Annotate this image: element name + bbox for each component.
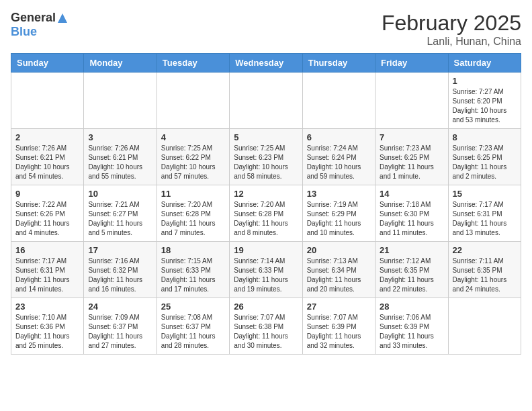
weekday-header-saturday: Saturday <box>448 54 521 73</box>
day-info: Sunrise: 7:27 AM Sunset: 6:20 PM Dayligh… <box>453 87 517 125</box>
calendar-cell: 23Sunrise: 7:10 AM Sunset: 6:36 PM Dayli… <box>11 298 84 355</box>
calendar-week-2: 2Sunrise: 7:26 AM Sunset: 6:21 PM Daylig… <box>11 129 521 185</box>
calendar-cell: 3Sunrise: 7:26 AM Sunset: 6:21 PM Daylig… <box>84 129 157 185</box>
day-number: 16 <box>15 245 79 255</box>
day-number: 23 <box>15 302 79 312</box>
day-number: 1 <box>453 76 517 86</box>
day-number: 5 <box>234 132 298 142</box>
day-number: 4 <box>161 132 225 142</box>
calendar-cell <box>448 298 521 355</box>
calendar-cell: 12Sunrise: 7:20 AM Sunset: 6:28 PM Dayli… <box>230 185 302 242</box>
calendar-cell: 4Sunrise: 7:25 AM Sunset: 6:22 PM Daylig… <box>157 129 229 185</box>
calendar-cell: 21Sunrise: 7:12 AM Sunset: 6:35 PM Dayli… <box>375 242 448 298</box>
day-number: 26 <box>234 302 298 312</box>
day-number: 28 <box>380 302 443 312</box>
svg-marker-0 <box>58 13 67 23</box>
calendar-cell: 6Sunrise: 7:24 AM Sunset: 6:24 PM Daylig… <box>302 129 375 185</box>
calendar-header-row: SundayMondayTuesdayWednesdayThursdayFrid… <box>11 54 521 73</box>
day-info: Sunrise: 7:26 AM Sunset: 6:21 PM Dayligh… <box>15 144 79 181</box>
day-number: 27 <box>307 302 371 312</box>
calendar-cell: 24Sunrise: 7:09 AM Sunset: 6:37 PM Dayli… <box>84 298 157 355</box>
day-number: 25 <box>161 302 225 312</box>
calendar-cell: 15Sunrise: 7:17 AM Sunset: 6:31 PM Dayli… <box>448 185 521 242</box>
day-number: 24 <box>88 302 152 312</box>
calendar-cell: 28Sunrise: 7:06 AM Sunset: 6:39 PM Dayli… <box>375 298 448 355</box>
calendar-cell <box>302 73 375 129</box>
weekday-header-friday: Friday <box>375 54 448 73</box>
logo-icon <box>56 12 69 24</box>
title-block: February 2025 Lanli, Hunan, China <box>382 11 521 48</box>
day-info: Sunrise: 7:21 AM Sunset: 6:27 PM Dayligh… <box>88 200 152 238</box>
day-info: Sunrise: 7:25 AM Sunset: 6:23 PM Dayligh… <box>234 144 298 181</box>
day-info: Sunrise: 7:11 AM Sunset: 6:35 PM Dayligh… <box>453 257 517 294</box>
day-info: Sunrise: 7:17 AM Sunset: 6:31 PM Dayligh… <box>453 200 517 238</box>
day-info: Sunrise: 7:13 AM Sunset: 6:34 PM Dayligh… <box>307 257 371 294</box>
calendar-week-5: 23Sunrise: 7:10 AM Sunset: 6:36 PM Dayli… <box>11 298 521 355</box>
calendar-cell: 27Sunrise: 7:07 AM Sunset: 6:39 PM Dayli… <box>302 298 375 355</box>
day-info: Sunrise: 7:22 AM Sunset: 6:26 PM Dayligh… <box>15 200 79 238</box>
calendar-cell: 18Sunrise: 7:15 AM Sunset: 6:33 PM Dayli… <box>157 242 229 298</box>
day-number: 15 <box>453 189 517 199</box>
calendar-cell: 7Sunrise: 7:23 AM Sunset: 6:25 PM Daylig… <box>375 129 448 185</box>
day-info: Sunrise: 7:26 AM Sunset: 6:21 PM Dayligh… <box>88 144 152 181</box>
weekday-header-wednesday: Wednesday <box>230 54 302 73</box>
month-title: February 2025 <box>382 11 521 36</box>
calendar-week-3: 9Sunrise: 7:22 AM Sunset: 6:26 PM Daylig… <box>11 185 521 242</box>
day-number: 19 <box>234 245 298 255</box>
day-info: Sunrise: 7:25 AM Sunset: 6:22 PM Dayligh… <box>161 144 225 181</box>
day-info: Sunrise: 7:18 AM Sunset: 6:30 PM Dayligh… <box>380 200 443 238</box>
calendar-cell: 16Sunrise: 7:17 AM Sunset: 6:31 PM Dayli… <box>11 242 84 298</box>
day-info: Sunrise: 7:23 AM Sunset: 6:25 PM Dayligh… <box>453 144 517 181</box>
day-info: Sunrise: 7:24 AM Sunset: 6:24 PM Dayligh… <box>307 144 371 181</box>
calendar-cell: 1Sunrise: 7:27 AM Sunset: 6:20 PM Daylig… <box>448 73 521 129</box>
calendar-cell <box>11 73 84 129</box>
day-number: 20 <box>307 245 371 255</box>
day-number: 3 <box>88 132 152 142</box>
day-number: 6 <box>307 132 371 142</box>
calendar-cell: 25Sunrise: 7:08 AM Sunset: 6:37 PM Dayli… <box>157 298 229 355</box>
calendar-week-1: 1Sunrise: 7:27 AM Sunset: 6:20 PM Daylig… <box>11 73 521 129</box>
day-info: Sunrise: 7:08 AM Sunset: 6:37 PM Dayligh… <box>161 313 225 351</box>
day-number: 10 <box>88 189 152 199</box>
page-header: General Blue February 2025 Lanli, Hunan,… <box>11 11 521 48</box>
day-number: 7 <box>380 132 443 142</box>
calendar-cell: 19Sunrise: 7:14 AM Sunset: 6:33 PM Dayli… <box>230 242 302 298</box>
logo: General Blue <box>11 11 69 39</box>
day-info: Sunrise: 7:19 AM Sunset: 6:29 PM Dayligh… <box>307 200 371 238</box>
day-number: 9 <box>15 189 79 199</box>
day-number: 11 <box>161 189 225 199</box>
day-info: Sunrise: 7:20 AM Sunset: 6:28 PM Dayligh… <box>161 200 225 238</box>
calendar-cell: 9Sunrise: 7:22 AM Sunset: 6:26 PM Daylig… <box>11 185 84 242</box>
day-info: Sunrise: 7:20 AM Sunset: 6:28 PM Dayligh… <box>234 200 298 238</box>
day-info: Sunrise: 7:23 AM Sunset: 6:25 PM Dayligh… <box>380 144 443 181</box>
calendar-cell <box>375 73 448 129</box>
calendar-table: SundayMondayTuesdayWednesdayThursdayFrid… <box>11 53 521 355</box>
day-info: Sunrise: 7:12 AM Sunset: 6:35 PM Dayligh… <box>380 257 443 294</box>
day-number: 17 <box>88 245 152 255</box>
calendar-cell: 14Sunrise: 7:18 AM Sunset: 6:30 PM Dayli… <box>375 185 448 242</box>
day-number: 21 <box>380 245 443 255</box>
calendar-cell: 20Sunrise: 7:13 AM Sunset: 6:34 PM Dayli… <box>302 242 375 298</box>
weekday-header-sunday: Sunday <box>11 54 84 73</box>
weekday-header-thursday: Thursday <box>302 54 375 73</box>
calendar-cell <box>157 73 229 129</box>
logo-general-text: General <box>11 11 56 25</box>
weekday-header-monday: Monday <box>84 54 157 73</box>
calendar-cell: 2Sunrise: 7:26 AM Sunset: 6:21 PM Daylig… <box>11 129 84 185</box>
day-info: Sunrise: 7:07 AM Sunset: 6:39 PM Dayligh… <box>307 313 371 351</box>
logo-blue-text: Blue <box>11 25 37 38</box>
calendar-cell: 8Sunrise: 7:23 AM Sunset: 6:25 PM Daylig… <box>448 129 521 185</box>
day-info: Sunrise: 7:14 AM Sunset: 6:33 PM Dayligh… <box>234 257 298 294</box>
day-info: Sunrise: 7:09 AM Sunset: 6:37 PM Dayligh… <box>88 313 152 351</box>
day-info: Sunrise: 7:15 AM Sunset: 6:33 PM Dayligh… <box>161 257 225 294</box>
day-number: 18 <box>161 245 225 255</box>
day-number: 14 <box>380 189 443 199</box>
day-info: Sunrise: 7:16 AM Sunset: 6:32 PM Dayligh… <box>88 257 152 294</box>
calendar-week-4: 16Sunrise: 7:17 AM Sunset: 6:31 PM Dayli… <box>11 242 521 298</box>
calendar-cell: 11Sunrise: 7:20 AM Sunset: 6:28 PM Dayli… <box>157 185 229 242</box>
calendar-cell: 22Sunrise: 7:11 AM Sunset: 6:35 PM Dayli… <box>448 242 521 298</box>
calendar-cell: 17Sunrise: 7:16 AM Sunset: 6:32 PM Dayli… <box>84 242 157 298</box>
day-number: 8 <box>453 132 517 142</box>
day-number: 13 <box>307 189 371 199</box>
calendar-cell <box>84 73 157 129</box>
